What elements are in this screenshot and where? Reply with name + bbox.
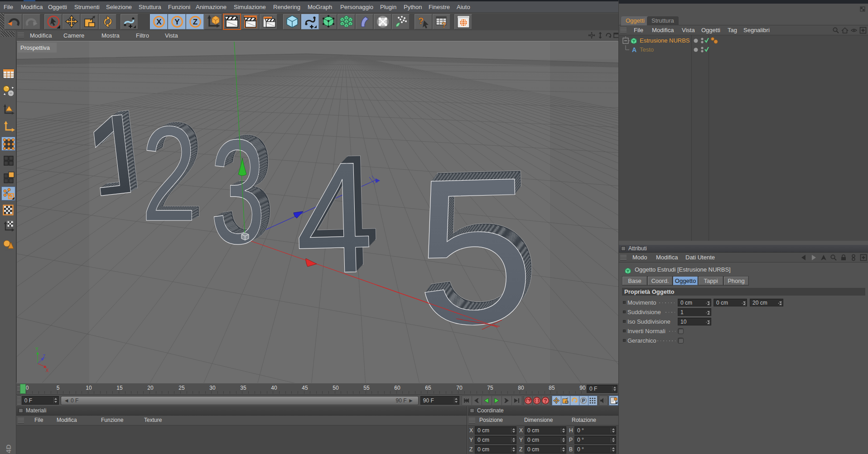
svg-text:P: P <box>582 398 585 403</box>
svg-text:3: 3 <box>210 108 265 274</box>
svg-text:A: A <box>632 46 637 53</box>
svg-text:Y: Y <box>174 18 180 26</box>
svg-text:Testo: Testo <box>640 46 654 53</box>
svg-text:2: 2 <box>141 98 197 249</box>
svg-text:?: ? <box>544 397 547 404</box>
svg-text:X: X <box>156 18 162 26</box>
svg-text:4: 4 <box>293 128 375 306</box>
svg-text:?: ? <box>418 16 424 26</box>
svg-text:Z: Z <box>193 18 197 26</box>
svg-text:Prospettiva: Prospettiva <box>20 44 50 51</box>
svg-text:5: 5 <box>412 134 537 368</box>
svg-text:?: ? <box>442 21 446 29</box>
svg-text:Estrusione NURBS: Estrusione NURBS <box>640 37 690 44</box>
